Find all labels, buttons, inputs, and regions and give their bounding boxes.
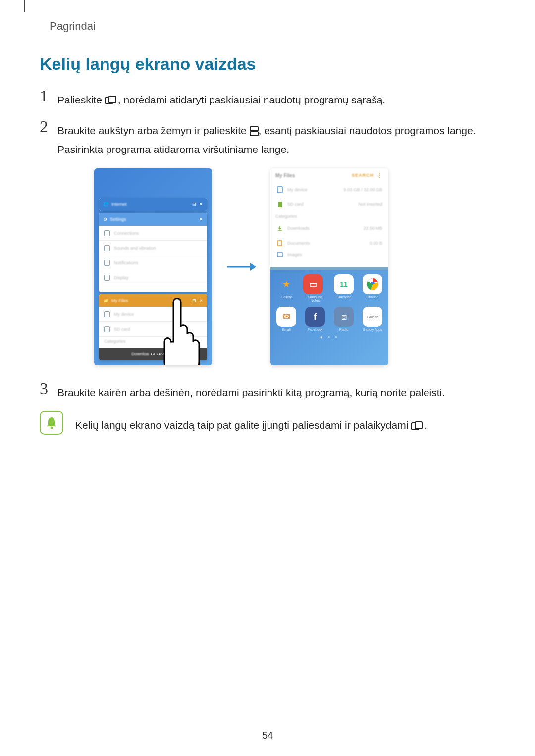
settings-row: Connections: [99, 226, 207, 241]
step-1: 1 Palieskite , norėdami atidaryti paskia…: [40, 88, 495, 109]
sdcard-icon: [104, 326, 110, 332]
card-title: Internet: [111, 202, 127, 207]
device-icon: [104, 311, 110, 317]
close-icon: ✕: [199, 202, 203, 207]
screenshot-split-result: My Files SEARCH ⋮ My device 9.03 GB / 32…: [270, 168, 388, 365]
step-1-post: , norėdami atidaryti paskiausiai naudotų…: [118, 94, 385, 105]
svg-rect-8: [277, 253, 282, 257]
step-2: 2 Braukite aukštyn arba žemyn ir paliesk…: [40, 118, 495, 159]
row-label: SD card: [114, 327, 130, 332]
notifications-icon: [104, 260, 110, 266]
row-meta: 9.03 GB / 32.00 GB: [343, 187, 382, 192]
step-1-number: 1: [40, 88, 57, 104]
svg-marker-5: [250, 263, 256, 271]
split-bottom-pane: ★Gallery ▭Samsung Notes 11Calendar Chrom…: [270, 270, 388, 365]
recents-icon: [411, 421, 424, 431]
svg-rect-7: [278, 241, 282, 246]
step-1-pre: Palieskite: [57, 94, 105, 105]
device-icon: [276, 186, 283, 193]
card-header: 🌐 Internet ⊟ ✕: [99, 198, 207, 211]
downloads-fragment: Downloa: [131, 352, 149, 356]
images-icon: [276, 252, 283, 258]
step-1-text: Palieskite , norėdami atidaryti paskiaus…: [57, 88, 495, 109]
facebook-icon: f: [305, 307, 325, 327]
row-label: Connections: [114, 231, 139, 236]
hand-pointer-illustration: [159, 292, 212, 365]
tip-row: Kelių langų ekrano vaizdą taip pat galit…: [40, 411, 495, 435]
recents-icon: [105, 96, 118, 105]
step-2-pre: Braukite aukštyn arba žemyn ir palieskit…: [57, 125, 250, 136]
connections-icon: [104, 230, 110, 236]
settings-row: Sounds and vibration: [99, 241, 207, 255]
globe-icon: 🌐: [103, 202, 108, 207]
recents-card-settings: ⚙ Settings ✕ Connections Sounds and vibr…: [99, 213, 207, 292]
row-label: Documents: [287, 241, 310, 246]
recents-card-internet: 🌐 Internet ⊟ ✕: [99, 198, 207, 211]
svg-rect-2: [250, 127, 258, 131]
close-icon: ✕: [199, 217, 203, 222]
svg-rect-6: [277, 187, 282, 193]
svg-rect-1: [109, 96, 116, 103]
category-row: Documents 0.00 B: [270, 236, 388, 251]
card-title: Settings: [110, 217, 126, 222]
documents-icon: [276, 240, 283, 247]
step-3-number: 3: [40, 380, 57, 397]
svg-rect-13: [415, 422, 422, 429]
app-radio: ⧈Radio: [334, 307, 354, 331]
radio-icon: ⧈: [334, 307, 354, 327]
card-header: ⚙ Settings ✕: [99, 213, 207, 226]
email-icon: ✉: [276, 307, 296, 327]
page-number: 54: [0, 730, 535, 741]
row-label: Downloads: [287, 226, 310, 231]
step-2-number: 2: [40, 118, 57, 135]
myfiles-title: My Files: [275, 173, 295, 178]
tip-bell-icon: [40, 411, 63, 435]
app-samsung-notes: ▭Samsung Notes: [303, 274, 327, 302]
more-icon: ⋮: [376, 171, 383, 179]
row-meta: Not inserted: [358, 202, 382, 207]
split-icon: ⊟: [192, 202, 196, 207]
svg-rect-3: [250, 132, 258, 136]
row-label: SD card: [287, 202, 304, 207]
step-3: 3 Braukite kairėn arba dešinėn, norėdami…: [40, 380, 495, 402]
card-title: My Files: [111, 298, 128, 303]
storage-row: My device 9.03 GB / 32.00 GB: [270, 182, 388, 197]
settings-row: Display: [99, 270, 207, 285]
storage-row: SD card Not inserted: [270, 197, 388, 212]
display-icon: [104, 275, 110, 281]
sound-icon: [104, 245, 110, 251]
row-meta: 22.50 MB: [363, 226, 382, 231]
tip-pre: Kelių langų ekrano vaizdą taip pat galit…: [75, 419, 411, 431]
split-top-pane: My Files SEARCH ⋮ My device 9.03 GB / 32…: [270, 168, 388, 267]
decorative-side-line: [24, 0, 25, 12]
app-calendar: 11Calendar: [334, 274, 354, 302]
row-label: My device: [114, 312, 134, 317]
page-title: Kelių langų ekrano vaizdas: [40, 54, 495, 74]
screenshot-recents: 🌐 Internet ⊟ ✕ ⚙ Settings ✕ Connections: [94, 168, 212, 365]
calendar-icon: 11: [334, 274, 354, 294]
gear-icon: ⚙: [103, 217, 107, 222]
split-view-icon: [250, 126, 259, 136]
settings-row: Notifications: [99, 255, 207, 270]
step-3-text: Braukite kairėn arba dešinėn, norėdami p…: [57, 380, 495, 402]
tip-text: Kelių langų ekrano vaizdą taip pat galit…: [75, 411, 427, 435]
section-header: Pagrindai: [50, 20, 96, 33]
app-grid: ★Gallery ▭Samsung Notes 11Calendar Chrom…: [274, 274, 384, 331]
page-dots-indicator: ● • •: [274, 334, 384, 340]
step-2-text: Braukite aukštyn arba žemyn ir palieskit…: [57, 118, 495, 159]
figure: 🌐 Internet ⊟ ✕ ⚙ Settings ✕ Connections: [94, 168, 495, 365]
app-email: ✉Email: [276, 307, 296, 331]
downloads-icon: [276, 225, 283, 232]
chrome-icon: [363, 274, 382, 294]
row-label: My device: [287, 187, 308, 192]
app-galaxy-apps: GalaxyGalaxy Apps: [363, 307, 382, 331]
row-label: Images: [287, 252, 302, 257]
app-facebook: fFacebook: [305, 307, 325, 331]
row-label: Display: [114, 275, 129, 280]
row-meta: 0.00 B: [370, 241, 382, 246]
sdcard-icon: [276, 201, 283, 208]
galaxy-apps-icon: Galaxy: [363, 307, 382, 327]
search-label: SEARCH: [352, 173, 374, 178]
folder-icon: 📁: [103, 298, 108, 303]
app-chrome: Chrome: [363, 274, 382, 302]
